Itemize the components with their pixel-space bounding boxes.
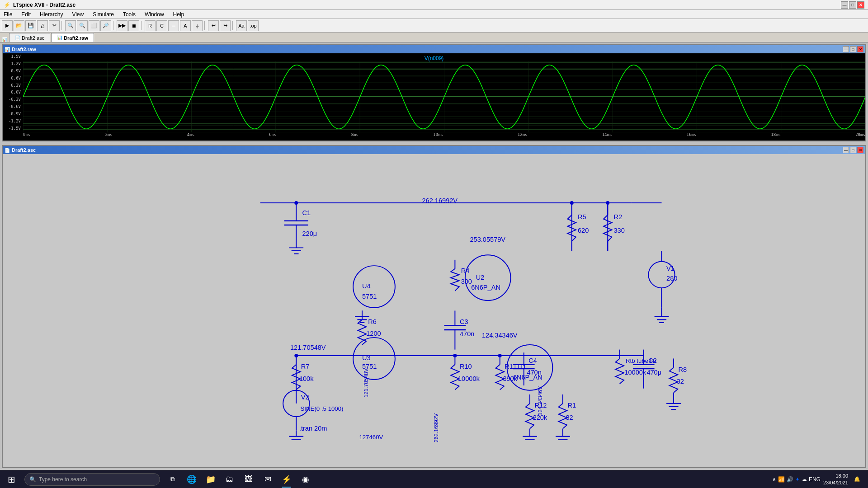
schematic-window: 📄 Draft2.asc — □ ✕ 262.16992V 253.05579V…: [2, 145, 866, 468]
svg-point-114: [570, 201, 574, 205]
svg-point-116: [453, 354, 457, 357]
dropbox-icon[interactable]: ✦: [795, 476, 800, 483]
tb-zoom-out[interactable]: 🔍: [77, 20, 88, 31]
toolbar-sep-5: [232, 21, 234, 30]
waveform-plot[interactable]: V(n009) 1.5V 1.2V 0.9V 0.6V 0.3V 0.0V -0…: [3, 53, 865, 141]
menu-tools[interactable]: Tools: [121, 11, 137, 18]
menu-bar: File Edit Hierarchy View Simulate Tools …: [0, 10, 868, 19]
chrome-button[interactable]: ◉: [297, 470, 315, 488]
svg-text:10000k: 10000k: [624, 369, 646, 376]
tb-capacitor[interactable]: C: [156, 20, 167, 31]
tb-resistor[interactable]: R: [145, 20, 156, 31]
taskbar-right: ∧ 📶 🔊 ✦ ☁ ENG 18:00 23/04/2021 🔔: [772, 473, 868, 486]
photos-button[interactable]: 🖼: [240, 470, 258, 488]
files-button[interactable]: 🗂: [221, 470, 239, 488]
notification-button[interactable]: 🔔: [851, 473, 863, 486]
menu-hierarchy[interactable]: Hierarchy: [38, 11, 65, 18]
svg-text:U4: U4: [362, 282, 371, 290]
toolbar-sep-1: [61, 21, 63, 30]
tb-label[interactable]: A: [180, 20, 191, 31]
tb-new[interactable]: ▶: [2, 20, 13, 31]
svg-text:V2: V2: [301, 394, 309, 401]
tb-wire[interactable]: ─: [168, 20, 179, 31]
y-label-4: 0.3V: [4, 83, 22, 88]
waveform-close[interactable]: ✕: [857, 46, 863, 52]
tb-run[interactable]: ▶▶: [117, 20, 127, 31]
toolbar-sep-2: [113, 21, 115, 30]
menu-edit[interactable]: Edit: [19, 11, 33, 18]
svg-text:124.34346V: 124.34346V: [537, 386, 543, 415]
svg-text:R1: R1: [567, 402, 576, 409]
tb-print[interactable]: 🖨: [37, 20, 48, 31]
svg-text:620: 620: [578, 227, 589, 234]
tb-spice[interactable]: .op: [248, 20, 259, 31]
wifi-icon[interactable]: 📶: [778, 476, 785, 483]
chevron-icon[interactable]: ∧: [772, 476, 776, 483]
x-label-10: 20ms: [855, 132, 865, 141]
svg-text:470n: 470n: [527, 369, 541, 376]
schematic-svg: 262.16992V 253.05579V 121.70548V 124.343…: [3, 154, 865, 467]
waveform-canvas[interactable]: [23, 61, 865, 132]
y-label-1: 1.2V: [4, 61, 22, 66]
tb-ground[interactable]: ⏚: [192, 20, 203, 31]
y-label-0: 1.5V: [4, 54, 22, 59]
tb-redo[interactable]: ↪: [220, 20, 231, 31]
tb-undo[interactable]: ↩: [208, 20, 219, 31]
waveform-maximize[interactable]: □: [850, 46, 856, 52]
tab-draft2-raw[interactable]: 📊 Draft2.raw: [51, 33, 94, 42]
menu-file[interactable]: File: [2, 11, 14, 18]
waveform-minimize[interactable]: —: [843, 46, 849, 52]
svg-text:470n: 470n: [460, 330, 474, 338]
system-tray-icons: ∧ 📶 🔊 ✦ ☁ ENG: [772, 476, 821, 483]
waveform-win-controls: — □ ✕: [843, 46, 863, 52]
svg-text:R8: R8: [679, 366, 687, 373]
explorer-button[interactable]: 📁: [202, 470, 220, 488]
tb-cut[interactable]: ✂: [49, 20, 60, 31]
volume-icon[interactable]: 🔊: [787, 476, 793, 483]
edge-button[interactable]: 🌐: [183, 470, 201, 488]
schematic-close[interactable]: ✕: [857, 147, 863, 153]
svg-text:6N6P_AN: 6N6P_AN: [471, 284, 500, 291]
tb-zoom-area[interactable]: 🔎: [100, 20, 111, 31]
minimize-button[interactable]: —: [841, 1, 848, 9]
search-bar[interactable]: 🔍 Type here to search: [24, 473, 160, 486]
waveform-window: 📊 Draft2.raw — □ ✕ V(n009) 1.5V 1.2V 0.9…: [2, 44, 866, 141]
schematic-minimize[interactable]: —: [843, 147, 849, 153]
tb-stop[interactable]: ⏹: [128, 20, 139, 31]
svg-text:R4: R4: [461, 267, 470, 274]
mail-button[interactable]: ✉: [259, 470, 277, 488]
tab-draft2-asc[interactable]: 📄 Draft2.asc: [9, 33, 50, 42]
svg-text:C4: C4: [528, 357, 537, 364]
clock-time: 18:00: [823, 473, 848, 479]
language-indicator[interactable]: ENG: [809, 476, 821, 483]
svg-text:121.70548V: 121.70548V: [290, 344, 326, 351]
schematic-window-title: Draft2.asc: [12, 147, 36, 153]
schematic-maximize[interactable]: □: [850, 147, 856, 153]
schematic-area[interactable]: 262.16992V 253.05579V 121.70548V 124.343…: [3, 154, 865, 467]
svg-point-113: [294, 201, 298, 205]
x-axis: 0ms 2ms 4ms 6ms 8ms 10ms 12ms 14ms 16ms …: [23, 132, 865, 141]
title-bar: ⚡ LTspice XVII - Draft2.asc — □ ✕: [0, 0, 868, 10]
x-label-3: 6ms: [269, 132, 276, 141]
task-view-button[interactable]: ⧉: [164, 470, 182, 488]
menu-window[interactable]: Window: [143, 11, 166, 18]
tb-zoom-in[interactable]: 🔍: [65, 20, 76, 31]
svg-point-115: [606, 201, 609, 205]
tb-open[interactable]: 📂: [14, 20, 24, 31]
toolbar: ▶ 📂 💾 🖨 ✂ 🔍 🔍 ⬜ 🔎 ▶▶ ⏹ R C ─ A ⏚ ↩ ↪ Aa …: [0, 19, 868, 33]
ltspice-button[interactable]: ⚡: [278, 470, 296, 488]
tb-save[interactable]: 💾: [25, 20, 36, 31]
svg-text:100k: 100k: [299, 375, 314, 382]
svg-point-118: [294, 354, 298, 357]
tb-zoom-fit[interactable]: ⬜: [89, 20, 99, 31]
start-button[interactable]: ⊞: [0, 470, 23, 488]
menu-view[interactable]: View: [70, 11, 85, 18]
close-button[interactable]: ✕: [857, 1, 864, 9]
menu-simulate[interactable]: Simulate: [91, 11, 116, 18]
x-label-6: 12ms: [518, 132, 528, 141]
menu-help[interactable]: Help: [171, 11, 186, 18]
maximize-button[interactable]: □: [849, 1, 856, 9]
cloud-icon[interactable]: ☁: [802, 476, 807, 483]
clock[interactable]: 18:00 23/04/2021: [823, 473, 848, 486]
tb-text[interactable]: Aa: [236, 20, 247, 31]
